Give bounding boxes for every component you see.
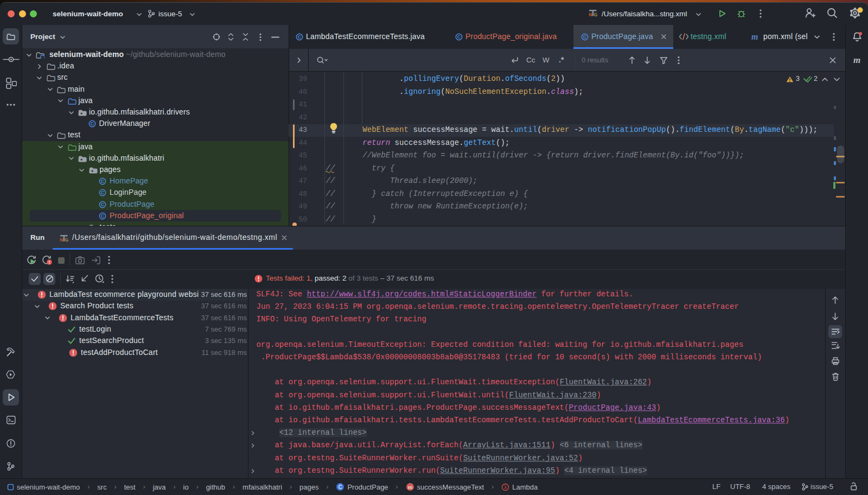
svg-text:C: C (90, 121, 94, 126)
svg-text:C: C (583, 34, 587, 40)
svg-text:C: C (298, 34, 302, 40)
svg-text:C: C (457, 34, 461, 40)
svg-text:m: m (407, 484, 412, 490)
svg-text:C: C (101, 191, 105, 196)
svg-text:C: C (101, 213, 105, 219)
svg-text:G: G (65, 237, 69, 243)
svg-text:N: N (589, 12, 592, 17)
svg-text:G: G (594, 12, 598, 17)
svg-text:C: C (101, 179, 105, 184)
svg-text:C: C (101, 202, 105, 207)
svg-text:N: N (60, 237, 63, 243)
svg-text:C: C (339, 484, 342, 490)
svg-text:λ: λ (504, 484, 507, 490)
